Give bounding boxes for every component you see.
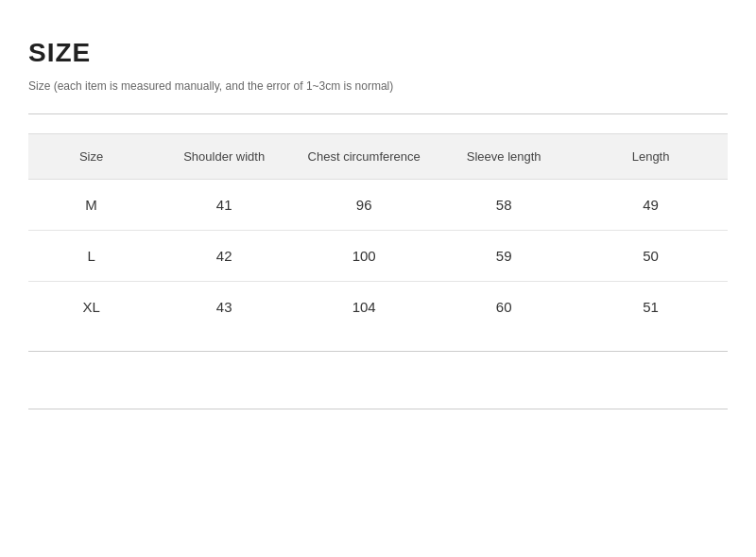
- table-row: L421005950: [28, 231, 728, 282]
- cell-sleeve_length: 58: [434, 180, 574, 231]
- cell-sleeve_length: 60: [434, 282, 574, 333]
- cell-shoulder_width: 43: [154, 282, 294, 333]
- page-container: SIZE Size (each item is measured manuall…: [0, 0, 756, 428]
- cell-size: XL: [28, 282, 154, 333]
- header-chest-circumference: Chest circumference: [294, 134, 434, 180]
- header-size: Size: [28, 134, 154, 180]
- cell-size: L: [28, 231, 154, 282]
- table-row: M41965849: [28, 180, 728, 231]
- cell-chest_circumference: 104: [294, 282, 434, 333]
- page-subtitle: Size (each item is measured manually, an…: [28, 78, 728, 95]
- cell-shoulder_width: 42: [154, 231, 294, 282]
- table-row: XL431046051: [28, 282, 728, 333]
- footer-divider: [28, 409, 728, 409]
- cell-length: 51: [574, 282, 728, 333]
- header-length: Length: [574, 134, 728, 180]
- bottom-divider: [28, 351, 728, 352]
- table-header-row: Size Shoulder width Chest circumference …: [28, 134, 728, 180]
- top-divider: [28, 113, 728, 114]
- cell-shoulder_width: 41: [154, 180, 294, 231]
- page-title: SIZE: [28, 38, 728, 68]
- size-table: Size Shoulder width Chest circumference …: [28, 133, 728, 332]
- cell-sleeve_length: 59: [434, 231, 574, 282]
- cell-size: M: [28, 180, 154, 231]
- cell-length: 50: [574, 231, 728, 282]
- header-sleeve-length: Sleeve length: [434, 134, 574, 180]
- cell-length: 49: [574, 180, 728, 231]
- header-shoulder-width: Shoulder width: [154, 134, 294, 180]
- cell-chest_circumference: 100: [294, 231, 434, 282]
- cell-chest_circumference: 96: [294, 180, 434, 231]
